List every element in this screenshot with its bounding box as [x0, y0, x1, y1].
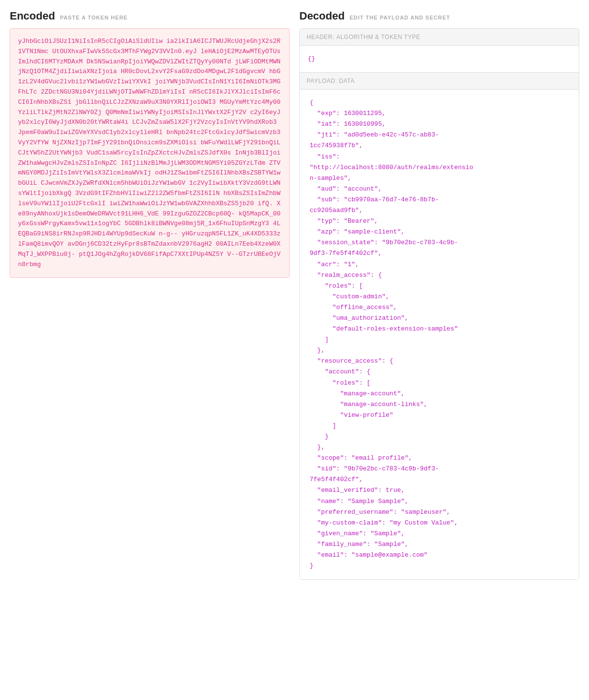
encoded-header: Encoded PASTE A TOKEN HERE	[10, 10, 290, 22]
decoded-title: Decoded	[299, 10, 345, 22]
decoded-subtitle: EDIT THE PAYLOAD AND SECRET	[350, 15, 450, 20]
decoded-header: Decoded EDIT THE PAYLOAD AND SECRET	[299, 10, 579, 22]
decoded-content: HEADER: ALGORITHM & TOKEN TYPE {} PAYLOA…	[299, 28, 579, 580]
payload-section-label: PAYLOAD: DATA	[300, 73, 579, 90]
payload-value[interactable]: { "exp": 1630011295, "iat": 1630010995, …	[300, 90, 579, 579]
decoded-panel: Decoded EDIT THE PAYLOAD AND SECRET HEAD…	[299, 10, 579, 690]
main-container: Encoded PASTE A TOKEN HERE yJhbGciOiJSUz…	[0, 0, 589, 700]
payload-section: PAYLOAD: DATA { "exp": 1630011295, "iat"…	[300, 73, 579, 579]
header-section: HEADER: ALGORITHM & TOKEN TYPE {}	[300, 29, 579, 73]
header-value[interactable]: {}	[300, 46, 579, 72]
encoded-title: Encoded	[10, 10, 55, 22]
header-section-label: HEADER: ALGORITHM & TOKEN TYPE	[300, 29, 579, 46]
encoded-panel: Encoded PASTE A TOKEN HERE yJhbGciOiJSUz…	[10, 10, 290, 690]
encoded-token[interactable]: yJhbGciOiJSUzI1NiIsInR5cCIgOiAiSldUIiw i…	[10, 28, 290, 278]
encoded-subtitle: PASTE A TOKEN HERE	[60, 15, 128, 20]
